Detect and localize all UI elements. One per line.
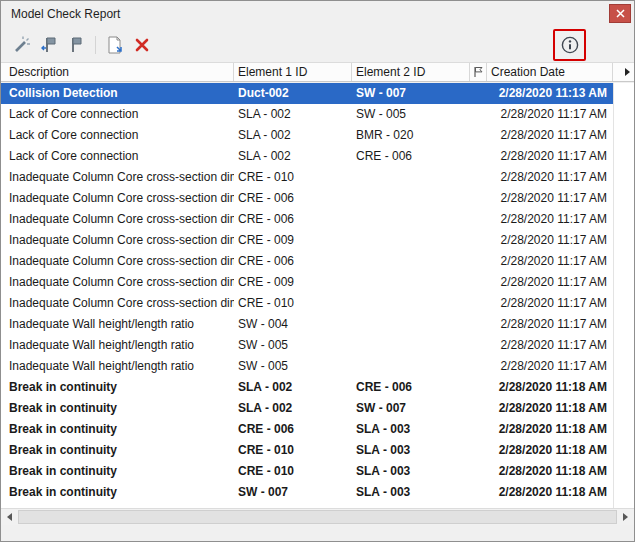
close-button[interactable] — [609, 4, 631, 23]
cell-element2: CRE - 006 — [352, 377, 470, 398]
table-row[interactable]: Lack of Core connection SLA - 002 CRE - … — [1, 146, 613, 167]
table-row[interactable]: Inadequate Column Core cross-section dim… — [1, 293, 613, 314]
column-header-flag[interactable] — [470, 63, 487, 81]
cell-description: Inadequate Wall height/length ratio — [1, 335, 234, 356]
cell-element1: CRE - 010 — [234, 167, 352, 188]
cell-description: Inadequate Column Core cross-section dim… — [1, 167, 234, 188]
cell-element2 — [352, 230, 470, 251]
table-row[interactable]: Inadequate Column Core cross-section dim… — [1, 272, 613, 293]
cell-date: 2/28/2020 11:17 AM — [487, 209, 613, 230]
cell-flag — [470, 398, 487, 419]
table-right-strip — [613, 83, 634, 508]
cell-element1: CRE - 010 — [234, 293, 352, 314]
table-row[interactable]: Inadequate Column Core cross-section dim… — [1, 167, 613, 188]
cell-date: 2/28/2020 11:17 AM — [487, 188, 613, 209]
cell-flag — [470, 230, 487, 251]
cell-date: 2/28/2020 11:17 AM — [487, 146, 613, 167]
cell-date: 2/28/2020 11:18 AM — [487, 419, 613, 440]
column-header-element2[interactable]: Element 2 ID — [352, 63, 470, 81]
new-report-icon — [105, 36, 125, 54]
table-row[interactable]: Break in continuity SLA - 002 CRE - 006 … — [1, 377, 613, 398]
table-row[interactable]: Inadequate Column Core cross-section dim… — [1, 209, 613, 230]
cell-date: 2/28/2020 11:18 AM — [487, 398, 613, 419]
run-checks-icon — [13, 36, 33, 54]
table-row[interactable]: Break in continuity SLA - 002 SW - 007 2… — [1, 398, 613, 419]
close-icon — [616, 9, 625, 18]
cell-date: 2/28/2020 11:17 AM — [487, 314, 613, 335]
cell-element1: SW - 005 — [234, 335, 352, 356]
column-header-date[interactable]: Creation Date — [487, 63, 613, 81]
cell-element1: CRE - 010 — [234, 461, 352, 482]
table-row[interactable]: Lack of Core connection SLA - 002 SW - 0… — [1, 104, 613, 125]
horizontal-scrollbar[interactable] — [1, 508, 634, 525]
column-header-description[interactable]: Description — [1, 63, 234, 81]
cell-flag — [470, 377, 487, 398]
cell-description: Inadequate Column Core cross-section dim… — [1, 293, 234, 314]
toolbar — [1, 27, 634, 62]
run-checks-button[interactable] — [9, 32, 36, 58]
cell-element2 — [352, 188, 470, 209]
cell-element1: CRE - 010 — [234, 440, 352, 461]
cell-description: Break in continuity — [1, 482, 234, 503]
cell-element2: SW - 007 — [352, 83, 470, 104]
cell-element2: SW - 007 — [352, 398, 470, 419]
table-row[interactable]: Inadequate Wall height/length ratio SW -… — [1, 314, 613, 335]
window-title: Model Check Report — [11, 7, 120, 21]
cell-description: Break in continuity — [1, 398, 234, 419]
info-button[interactable] — [556, 32, 583, 58]
table-row[interactable]: Inadequate Wall height/length ratio SW -… — [1, 335, 613, 356]
flag-with-arrow-button[interactable] — [36, 32, 63, 58]
titlebar[interactable]: Model Check Report — [1, 1, 634, 27]
cell-date: 2/28/2020 11:17 AM — [487, 104, 613, 125]
column-header-element1[interactable]: Element 1 ID — [234, 63, 352, 81]
cell-element2 — [352, 314, 470, 335]
scroll-right-button[interactable] — [617, 509, 634, 525]
cell-element1: CRE - 009 — [234, 272, 352, 293]
table-row[interactable]: Collision Detection Duct-002 SW - 007 2/… — [1, 83, 613, 104]
delete-icon — [134, 37, 150, 53]
info-icon — [560, 35, 580, 55]
cell-element2: CRE - 006 — [352, 146, 470, 167]
table-header: Description Element 1 ID Element 2 ID Cr… — [1, 62, 634, 82]
cell-description: Break in continuity — [1, 419, 234, 440]
table-row[interactable]: Inadequate Column Core cross-section dim… — [1, 251, 613, 272]
cell-element1: SW - 004 — [234, 314, 352, 335]
new-report-button[interactable] — [101, 32, 128, 58]
cell-element1: SW - 005 — [234, 356, 352, 377]
cell-flag — [470, 251, 487, 272]
table-row[interactable]: Inadequate Column Core cross-section dim… — [1, 188, 613, 209]
cell-element1: SLA - 002 — [234, 104, 352, 125]
cell-date: 2/28/2020 11:13 AM — [487, 83, 613, 104]
header-scroll-right-icon — [625, 68, 630, 76]
window-bottom-frame — [1, 525, 634, 541]
header-scroll-right-button[interactable] — [613, 63, 634, 81]
annotation-highlight-box — [553, 29, 586, 61]
cell-date: 2/28/2020 11:18 AM — [487, 461, 613, 482]
table-row[interactable]: Inadequate Column Core cross-section dim… — [1, 230, 613, 251]
scroll-left-button[interactable] — [1, 509, 18, 525]
cell-element2: BMR - 020 — [352, 125, 470, 146]
table-row[interactable]: Break in continuity CRE - 006 SLA - 003 … — [1, 419, 613, 440]
scroll-left-icon — [7, 513, 12, 521]
model-check-report-window: Model Check Report — [0, 0, 635, 542]
cell-element2 — [352, 293, 470, 314]
table-body[interactable]: Collision Detection Duct-002 SW - 007 2/… — [1, 83, 613, 508]
cell-element1: SLA - 002 — [234, 377, 352, 398]
cell-element1: Duct-002 — [234, 83, 352, 104]
cell-flag — [470, 440, 487, 461]
cell-description: Lack of Core connection — [1, 125, 234, 146]
table-row[interactable]: Lack of Core connection SLA - 002 BMR - … — [1, 125, 613, 146]
cell-flag — [470, 104, 487, 125]
table-row[interactable]: Break in continuity SW - 007 SLA - 003 2… — [1, 482, 613, 503]
table-row[interactable]: Break in continuity CRE - 010 SLA - 003 … — [1, 461, 613, 482]
cell-date: 2/28/2020 11:18 AM — [487, 440, 613, 461]
table-row[interactable]: Inadequate Wall height/length ratio SW -… — [1, 356, 613, 377]
cell-description: Inadequate Wall height/length ratio — [1, 314, 234, 335]
table-row[interactable]: Break in continuity CRE - 010 SLA - 003 … — [1, 440, 613, 461]
delete-button[interactable] — [128, 32, 155, 58]
flag-button[interactable] — [63, 32, 90, 58]
cell-description: Inadequate Column Core cross-section dim… — [1, 230, 234, 251]
cell-element1: CRE - 006 — [234, 209, 352, 230]
scrollbar-thumb[interactable] — [18, 510, 617, 524]
cell-flag — [470, 482, 487, 503]
